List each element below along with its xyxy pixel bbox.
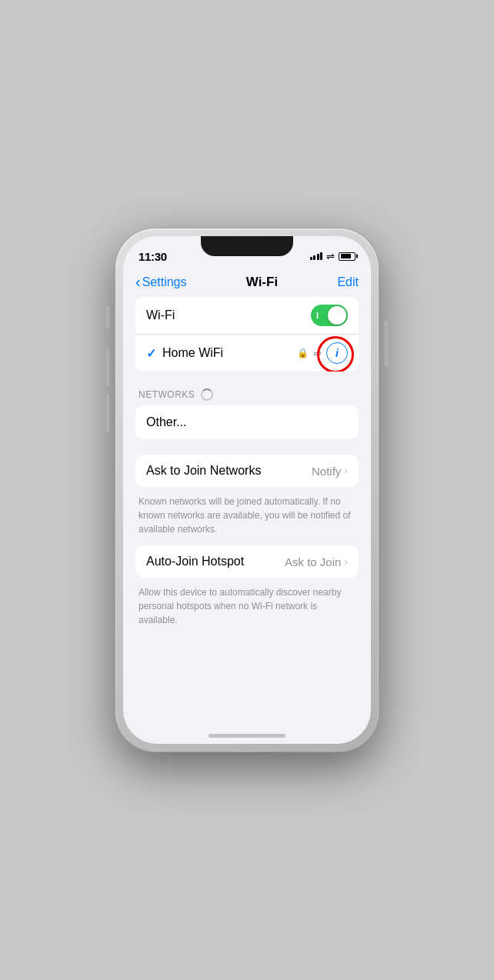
wifi-toggle-label: Wi-Fi xyxy=(146,308,311,322)
ask-to-join-description: Known networks will be joined automatica… xyxy=(135,490,359,545)
info-button-container: i xyxy=(326,342,348,364)
auto-join-current-value: Ask to Join xyxy=(285,555,341,568)
other-network-row[interactable]: Other... xyxy=(135,405,359,439)
phone-screen: 11:30 ⇌ ‹ Settings Wi-Fi Edit xyxy=(123,236,371,744)
volume-down-button xyxy=(106,394,109,432)
loading-spinner xyxy=(201,388,213,401)
battery-fill xyxy=(341,254,352,258)
network-row-icons: 🔒 ⇌ i xyxy=(297,342,348,364)
wifi-toggle[interactable]: I xyxy=(311,305,348,326)
networks-section-header: NETWORKS xyxy=(135,378,359,405)
wifi-settings-content: Wi-Fi I ✓ Home WiFi 🔒 ⇌ xyxy=(123,297,371,636)
edit-button[interactable]: Edit xyxy=(337,275,359,289)
phone-frame: 11:30 ⇌ ‹ Settings Wi-Fi Edit xyxy=(115,228,379,752)
ask-to-join-label: Ask to Join Networks xyxy=(146,464,261,478)
volume-up-button xyxy=(106,348,109,386)
lock-icon: 🔒 xyxy=(297,348,309,358)
nav-bar: ‹ Settings Wi-Fi Edit xyxy=(123,270,371,297)
mute-button xyxy=(106,305,109,328)
toggle-on-label: I xyxy=(316,311,319,320)
back-label: Settings xyxy=(142,275,187,289)
ask-to-join-value: Notify › xyxy=(312,465,348,478)
connected-network-row: ✓ Home WiFi 🔒 ⇌ i xyxy=(135,334,359,372)
auto-join-label: Auto-Join Hotspot xyxy=(146,555,244,568)
wifi-status-icon: ⇌ xyxy=(326,251,335,262)
back-button[interactable]: ‹ Settings xyxy=(135,273,186,291)
spacer xyxy=(135,445,359,455)
ask-to-join-current-value: Notify xyxy=(312,465,341,478)
page-title: Wi-Fi xyxy=(246,275,278,290)
wifi-toggle-row: Wi-Fi I xyxy=(135,297,359,334)
connected-network-label: Home WiFi xyxy=(162,346,223,360)
status-time: 11:30 xyxy=(139,250,167,263)
info-icon: i xyxy=(335,347,339,359)
ask-to-join-chevron-icon: › xyxy=(344,465,348,477)
signal-bars-icon xyxy=(310,252,323,260)
other-network-label: Other... xyxy=(146,415,348,429)
notch xyxy=(201,236,293,256)
battery-icon xyxy=(339,252,355,261)
toggle-knob xyxy=(328,306,346,325)
auto-join-description: Allow this device to automatically disco… xyxy=(135,581,359,636)
home-bar xyxy=(209,734,285,738)
power-button xyxy=(385,321,388,367)
network-info-button[interactable]: i xyxy=(326,342,348,364)
wifi-toggle-card: Wi-Fi I ✓ Home WiFi 🔒 ⇌ xyxy=(135,297,359,372)
checkmark-icon: ✓ xyxy=(146,346,156,361)
auto-join-hotspot-row[interactable]: Auto-Join Hotspot Ask to Join › xyxy=(135,545,359,578)
auto-join-value: Ask to Join › xyxy=(285,555,348,568)
other-network-card[interactable]: Other... xyxy=(135,405,359,439)
back-chevron-icon: ‹ xyxy=(135,273,141,291)
status-icons: ⇌ xyxy=(310,251,356,262)
networks-label: NETWORKS xyxy=(139,389,195,400)
ask-to-join-row[interactable]: Ask to Join Networks Notify › xyxy=(135,455,359,487)
auto-join-chevron-icon: › xyxy=(344,555,348,568)
